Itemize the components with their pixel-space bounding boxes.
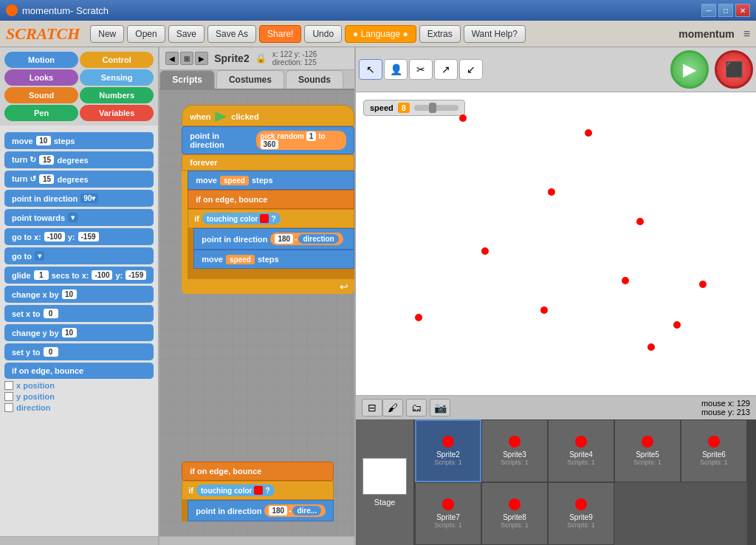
speed-value: 8: [398, 103, 410, 113]
sprite-item-3[interactable]: Sprite3 Scripts: 1: [481, 419, 548, 482]
sprite-item-8[interactable]: Sprite8 Scripts: 1: [481, 482, 548, 545]
block-if-edge-bottom[interactable]: if on edge, bounce: [182, 462, 334, 481]
block-turn-ccw[interactable]: turn ↺ 15 degrees: [4, 171, 154, 188]
x-position-checkbox[interactable]: [4, 381, 13, 390]
stage-resize-btn[interactable]: ⊟: [362, 399, 382, 417]
save-button[interactable]: Save: [168, 25, 205, 43]
category-sensing[interactable]: Sensing: [80, 69, 154, 86]
grow-tool[interactable]: ↗: [434, 59, 458, 80]
y-position-checkbox[interactable]: [4, 392, 13, 401]
category-sound[interactable]: Sound: [4, 87, 78, 103]
sprite-nav-next[interactable]: ▶: [195, 52, 208, 65]
tab-costumes[interactable]: Costumes: [216, 70, 284, 89]
scratch-logo: SCRATCH: [6, 24, 80, 44]
blocks-list: move 10 steps turn ↻ 15 degrees turn ↺ 1…: [0, 126, 158, 536]
help-button[interactable]: Want Help?: [464, 25, 526, 43]
sprite-8-dot: [509, 498, 520, 510]
block-point-180-direction[interactable]: point in direction 180 - direction: [193, 228, 354, 250]
sprite-item-2[interactable]: Sprite2 Scripts: 1: [415, 419, 481, 482]
block-y-position[interactable]: y position: [16, 392, 55, 401]
sprite-9-name: Sprite9: [569, 513, 593, 521]
open-button[interactable]: Open: [127, 25, 165, 43]
block-move[interactable]: move 10 steps: [4, 132, 154, 149]
sprite-item-7[interactable]: Sprite7 Scripts: 1: [415, 482, 481, 545]
sprite-8-name: Sprite8: [503, 513, 526, 521]
block-if-touching-bottom[interactable]: if touching color ?: [182, 481, 334, 500]
block-turn-cw[interactable]: turn ↻ 15 degrees: [4, 151, 154, 168]
sprite-coords: x: 122 y: -126 direction: 125: [272, 50, 348, 66]
shrink-tool[interactable]: ↙: [459, 59, 483, 80]
sprite-dot-4: [481, 247, 489, 255]
block-change-x[interactable]: change x by 10: [4, 286, 154, 303]
category-control[interactable]: Control: [80, 52, 154, 68]
block-if-touching[interactable]: if touching color ?: [188, 209, 354, 228]
block-direction[interactable]: direction: [16, 403, 50, 412]
maximize-button[interactable]: □: [718, 4, 733, 17]
stop-button[interactable]: ⬛: [715, 50, 753, 89]
direction-checkbox[interactable]: [4, 403, 13, 412]
paint-btn[interactable]: 🖌: [382, 399, 403, 417]
camera-btn[interactable]: 📷: [430, 399, 450, 417]
sprite-item-4[interactable]: Sprite4 Scripts: 1: [548, 419, 614, 482]
extras-button[interactable]: Extras: [419, 25, 461, 43]
new-button[interactable]: New: [90, 25, 124, 43]
undo-button[interactable]: Undo: [304, 25, 342, 43]
duplicate-tool[interactable]: 👤: [384, 59, 408, 80]
go-button[interactable]: ▶: [670, 50, 709, 89]
stage-thumbnail[interactable]: [362, 458, 407, 495]
tab-scripts[interactable]: Scripts: [159, 70, 215, 89]
block-set-y[interactable]: set y to 0: [4, 343, 154, 360]
block-change-y[interactable]: change y by 10: [4, 324, 154, 341]
sprite-6-dot: [708, 436, 720, 448]
sprite-lock-icon[interactable]: 🔒: [255, 53, 267, 64]
sprite-name: Sprite2: [214, 52, 249, 64]
forever-cap: ↩: [182, 279, 354, 294]
sprite-item-9[interactable]: Sprite9 Scripts: 1: [548, 482, 614, 545]
block-x-position[interactable]: x position: [16, 381, 55, 390]
minimize-button[interactable]: ─: [701, 4, 716, 17]
speed-slider[interactable]: [414, 105, 458, 111]
blocks-scrollbar[interactable]: [0, 536, 158, 545]
block-goto-xy[interactable]: go to x: -100 y: -159: [4, 228, 154, 245]
sprite-4-dot: [575, 436, 587, 448]
backdrop-btn[interactable]: 🗂: [406, 399, 427, 417]
speed-indicator: speed 8: [363, 100, 465, 116]
script-hscroll[interactable]: [159, 536, 354, 545]
share-button[interactable]: Share!: [259, 25, 301, 43]
sprite-nav-expand[interactable]: ⊞: [180, 52, 193, 65]
category-numbers[interactable]: Numbers: [80, 87, 154, 103]
category-looks[interactable]: Looks: [4, 69, 78, 86]
sprite-dot-6: [622, 277, 629, 284]
sprite-item-6[interactable]: Sprite6 Scripts: 1: [681, 419, 747, 482]
save-as-button[interactable]: Save As: [207, 25, 256, 43]
script-canvas[interactable]: when clicked point in direction pick ran…: [159, 90, 354, 536]
sprites-scrollbar[interactable]: [747, 419, 756, 545]
sprite-item-5[interactable]: Sprite5 Scripts: 1: [614, 419, 681, 482]
category-variables[interactable]: Variables: [80, 105, 154, 121]
block-glide[interactable]: glide 1 secs to x: -100 y: -159: [4, 267, 154, 284]
block-move-speed-2[interactable]: move speed steps: [193, 250, 354, 269]
notes-icon[interactable]: ≡: [743, 27, 750, 41]
tab-sounds[interactable]: Sounds: [286, 70, 343, 89]
block-when-clicked[interactable]: when clicked: [182, 105, 354, 126]
sprite-3-scripts: Scripts: 1: [501, 459, 529, 466]
category-pen[interactable]: Pen: [4, 105, 78, 121]
sprite-nav-prev[interactable]: ◀: [165, 52, 179, 65]
speed-slider-handle[interactable]: [429, 103, 436, 113]
block-forever[interactable]: forever: [182, 154, 354, 171]
block-if-edge-2[interactable]: if on edge, bounce: [188, 190, 354, 209]
block-set-x[interactable]: set x to 0: [4, 305, 154, 322]
block-move-speed[interactable]: move speed steps: [188, 171, 354, 190]
block-point-towards[interactable]: point towards ▾: [4, 209, 154, 226]
stage-area[interactable]: speed 8: [356, 92, 756, 395]
block-if-edge[interactable]: if on edge, bounce: [4, 363, 154, 379]
block-point-direction[interactable]: point in direction 90▾: [4, 190, 154, 207]
select-tool[interactable]: ↖: [359, 59, 382, 80]
block-point-random[interactable]: point in direction pick random 1 to 360: [182, 126, 354, 154]
language-button[interactable]: ● Language ●: [345, 25, 416, 43]
close-button[interactable]: ✕: [735, 4, 750, 17]
delete-tool[interactable]: ✂: [409, 59, 433, 80]
block-goto[interactable]: go to ▾: [4, 247, 154, 264]
category-motion[interactable]: Motion: [4, 52, 78, 68]
block-point-180-bottom[interactable]: point in direction 180 - dire...: [188, 500, 334, 521]
